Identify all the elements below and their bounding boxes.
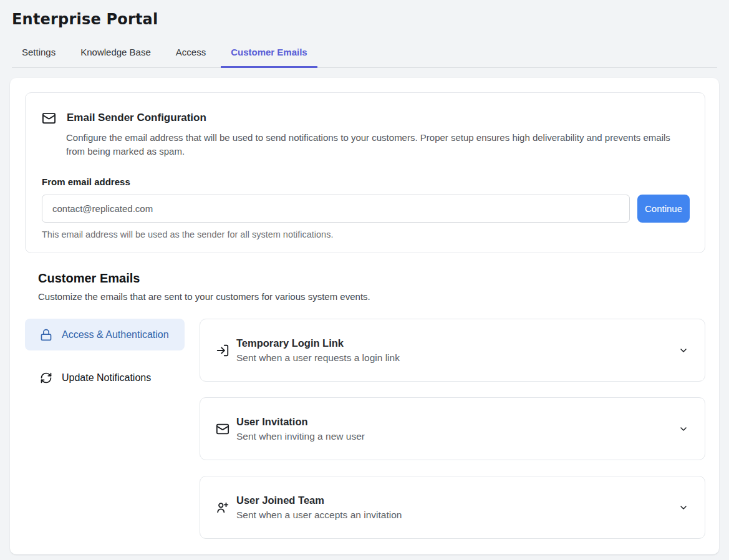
- accordion-user-joined-team[interactable]: User Joined Team Sent when a user accept…: [200, 476, 705, 539]
- tab-knowledge-base[interactable]: Knowledge Base: [70, 42, 161, 68]
- accordion-texts: User Joined Team Sent when a user accept…: [236, 495, 402, 521]
- accordion-description: Sent when a user requests a login link: [236, 352, 400, 364]
- sender-card-description: Configure the email address that will be…: [66, 131, 676, 158]
- accordion-description: Sent when a user accepts an invitation: [236, 509, 402, 521]
- accordion-title: User Invitation: [236, 416, 365, 428]
- tab-access[interactable]: Access: [166, 42, 216, 68]
- sidebar-item-update-notifications[interactable]: Update Notifications: [25, 362, 185, 393]
- mail-icon: [216, 422, 229, 436]
- customer-emails-title: Customer Emails: [38, 271, 705, 286]
- continue-button[interactable]: Continue: [637, 195, 690, 223]
- user-plus-icon: [216, 501, 229, 514]
- from-email-row: Continue: [42, 195, 690, 223]
- main-panel: Email Sender Configuration Configure the…: [10, 78, 719, 554]
- page-header: Enterprise Portal: [0, 0, 729, 28]
- refresh-icon: [40, 372, 52, 384]
- sender-card-header: Email Sender Configuration: [42, 111, 690, 125]
- sidebar-item-access-authentication[interactable]: Access & Authentication: [25, 319, 185, 350]
- from-email-label: From email address: [42, 176, 690, 187]
- lock-icon: [40, 329, 52, 341]
- customer-emails-subtitle: Customize the emails that are sent to yo…: [38, 291, 705, 302]
- chevron-down-icon[interactable]: [678, 503, 688, 513]
- sidebar-item-label: Update Notifications: [62, 370, 151, 385]
- email-category-sidebar: Access & Authentication Update Notificat…: [25, 319, 185, 539]
- page-title: Enterprise Portal: [12, 11, 717, 28]
- tab-settings[interactable]: Settings: [12, 42, 65, 68]
- from-email-helper-text: This email address will be used as the s…: [42, 229, 690, 239]
- accordion-description: Sent when inviting a new user: [236, 431, 365, 442]
- email-sender-configuration-card: Email Sender Configuration Configure the…: [25, 92, 705, 253]
- accordion-temporary-login-link[interactable]: Temporary Login Link Sent when a user re…: [200, 319, 705, 382]
- tab-customer-emails[interactable]: Customer Emails: [221, 42, 317, 68]
- chevron-down-icon[interactable]: [678, 424, 688, 434]
- accordion-texts: User Invitation Sent when inviting a new…: [236, 416, 365, 442]
- log-in-icon: [216, 344, 229, 357]
- accordion-title: User Joined Team: [236, 495, 402, 506]
- accordion-user-invitation[interactable]: User Invitation Sent when inviting a new…: [200, 397, 705, 460]
- from-email-input[interactable]: [42, 195, 630, 223]
- email-accordion-list: Temporary Login Link Sent when a user re…: [200, 319, 705, 539]
- accordion-title: Temporary Login Link: [236, 337, 400, 349]
- chevron-down-icon[interactable]: [678, 345, 688, 355]
- customer-emails-layout: Access & Authentication Update Notificat…: [25, 319, 705, 539]
- sidebar-item-label: Access & Authentication: [62, 327, 169, 342]
- customer-emails-section-header: Customer Emails Customize the emails tha…: [38, 271, 705, 302]
- sender-card-title: Email Sender Configuration: [67, 111, 206, 124]
- accordion-texts: Temporary Login Link Sent when a user re…: [236, 337, 400, 364]
- mail-icon: [42, 111, 56, 125]
- tabs-row: Settings Knowledge Base Access Customer …: [12, 42, 717, 68]
